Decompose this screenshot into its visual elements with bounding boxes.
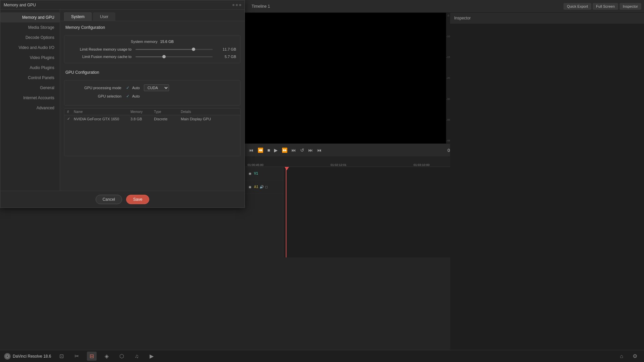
sidebar-item-control-panels[interactable]: Control Panels (0, 73, 60, 83)
ruler-mark-4: -20 (446, 76, 450, 79)
ruler-mark-7: -48 (446, 139, 450, 142)
prev-marker-button[interactable]: ⏮ (316, 147, 323, 154)
col-name: Name (74, 110, 130, 114)
a1-label: A1 (254, 185, 258, 189)
next-marker-button[interactable]: ⏭ (307, 147, 314, 154)
ruler-time-3: 01:03:10:00 (414, 163, 430, 167)
inspector-title: Inspector (454, 16, 471, 20)
nav-deliver-btn[interactable]: ▶ (147, 352, 156, 361)
volume-a1-btn[interactable]: 🔊 (260, 185, 264, 189)
play-button[interactable]: ▶ (273, 147, 279, 154)
sidebar-item-general[interactable]: General (0, 83, 60, 93)
playhead-head (284, 167, 289, 170)
inspector-button[interactable]: Inspector (620, 3, 641, 10)
limit-fusion-slider-track (136, 56, 213, 57)
save-button[interactable]: Save (126, 195, 149, 204)
mute-a1-btn[interactable]: ◉ (248, 185, 253, 189)
gpu-row-details: Main Display GPU (181, 117, 237, 121)
modal-body: Memory and GPU Media Storage Decode Opti… (0, 10, 245, 191)
ruler-mark-1: -5 (446, 14, 450, 17)
gpu-config-title: GPU Configuration (60, 66, 245, 77)
limit-fusion-value: 5.7 GB (213, 55, 236, 59)
gpu-table-empty-rows (64, 122, 240, 156)
app-logo: ● DaVinci Resolve 18.6 (4, 353, 51, 360)
sidebar-item-video-plugins[interactable]: Video Plugins (0, 53, 60, 63)
app-title: DaVinci Resolve 18.6 (13, 354, 51, 359)
modal-sidebar: Memory and GPU Media Storage Decode Opti… (0, 10, 60, 191)
v1-label: V1 (254, 172, 258, 175)
ruler-mark-3: -15 (446, 56, 450, 59)
modal-dot-1 (232, 4, 234, 6)
gpu-row-check: ✓ (67, 117, 74, 121)
sidebar-item-audio-plugins[interactable]: Audio Plugins (0, 63, 60, 73)
sidebar-item-decode-options[interactable]: Decode Options (0, 33, 60, 43)
sidebar-item-internet-accounts[interactable]: Internet Accounts (0, 93, 60, 103)
davinci-logo-icon: ● (4, 353, 11, 360)
nav-cut-btn[interactable]: ✂ (72, 352, 82, 361)
gpu-table: # Name Memory Type Details ✓ NVIDIA GeFo… (64, 108, 240, 156)
sidebar-item-media-storage[interactable]: Media Storage (0, 22, 60, 33)
ruler-mark-6: -40 (446, 118, 450, 121)
col-memory: Memory (130, 110, 154, 114)
limit-fusion-slider-thumb[interactable] (162, 55, 166, 58)
bottom-toolbar: ● DaVinci Resolve 18.6 ⊡ ✂ ⊟ ◈ ⬡ ♫ ▶ ⌂ ⚙ (0, 350, 644, 362)
tab-user[interactable]: User (93, 12, 115, 21)
limit-resolve-slider-wrap[interactable] (136, 47, 213, 52)
gpu-processing-mode-check: ✓ Auto CUDA OpenCL (125, 84, 169, 91)
limit-resolve-slider-thumb[interactable] (192, 48, 195, 51)
track-label-a1: ◉ A1 🔊 ◻ (245, 180, 283, 194)
quick-export-button[interactable]: Quick Export (564, 3, 591, 10)
modal-titlebar: Memory and GPU (0, 0, 245, 10)
gpu-table-row[interactable]: ✓ NVIDIA GeForce GTX 1650 3.8 GB Discret… (64, 115, 240, 122)
inspector-header: Inspector (450, 13, 644, 23)
project-title: Timeline 1 (252, 4, 270, 9)
preview-area (245, 13, 446, 143)
nav-fusion-btn[interactable]: ◈ (102, 352, 111, 361)
gpu-selection-label: GPU selection (68, 94, 125, 98)
nav-edit-btn[interactable]: ⊟ (87, 352, 97, 361)
loop-button[interactable]: ↺ (299, 147, 306, 154)
home-btn[interactable]: ⌂ (617, 352, 626, 361)
tab-system[interactable]: System (64, 12, 92, 21)
sidebar-item-video-audio[interactable]: Video and Audio I/O (0, 43, 60, 53)
cancel-button[interactable]: Cancel (96, 195, 122, 204)
gpu-row-memory: 3.8 GB (130, 117, 154, 121)
nav-media-btn[interactable]: ⊡ (57, 352, 66, 361)
gpu-row-type: Discrete (154, 117, 181, 121)
ruler-mark-2: -10 (446, 35, 450, 38)
sidebar-item-memory-gpu[interactable]: Memory and GPU (0, 12, 60, 22)
top-bar: Timeline 1 Quick Export Full Screen Insp… (245, 0, 644, 13)
full-screen-button[interactable]: Full Screen (593, 3, 618, 10)
ruler-time-1: 01:00:45:00 (248, 163, 264, 167)
fast-forward-button[interactable]: ⏩ (280, 147, 289, 154)
gpu-selection-check-icon[interactable]: ✓ (125, 94, 130, 99)
gpu-selection-value: Auto (132, 94, 140, 98)
memory-config-title: Memory Configuration (60, 21, 245, 33)
nav-color-btn[interactable]: ⬡ (117, 352, 127, 361)
frame-back-button[interactable]: ⏪ (256, 147, 265, 154)
skip-forward-button[interactable]: ⏭ (290, 147, 298, 154)
ruler-marks-container: 01:00:45:00 01:02:12:01 01:03:10:00 01:0… (245, 157, 483, 167)
ruler-time-2: 01:02:12:01 (331, 163, 347, 167)
solo-a1-btn[interactable]: ◻ (265, 185, 268, 189)
modal-tabs: System User (60, 10, 245, 21)
settings-btn[interactable]: ⚙ (630, 352, 640, 361)
limit-resolve-slider-fill (136, 49, 194, 50)
mute-v1-btn[interactable]: ◉ (248, 171, 253, 176)
skip-back-button[interactable]: ⏮ (248, 147, 255, 154)
limit-fusion-slider-wrap[interactable] (136, 54, 213, 59)
gpu-processing-check-icon[interactable]: ✓ (125, 85, 130, 90)
sidebar-item-advanced[interactable]: Advanced (0, 103, 60, 113)
modal-window-controls (232, 4, 241, 6)
gpu-processing-mode-row: GPU processing mode ✓ Auto CUDA OpenCL (68, 84, 236, 91)
timeline-ruler: 01:00:45:00 01:02:12:01 01:03:10:00 01:0… (245, 157, 483, 167)
nav-fairlight-btn[interactable]: ♫ (132, 352, 142, 361)
vertical-ruler: -5 -10 -15 -20 -30 -40 -48 (446, 13, 450, 143)
scope-area (450, 23, 644, 350)
limit-resolve-value: 11.7 GB (213, 47, 236, 51)
col-num: # (67, 110, 74, 114)
limit-resolve-row: Limit Resolve memory usage to 11.7 GB (68, 47, 236, 52)
gpu-api-dropdown[interactable]: CUDA OpenCL (144, 84, 169, 91)
stop-button[interactable]: ■ (266, 147, 271, 154)
modal-title: Memory and GPU (4, 3, 36, 7)
